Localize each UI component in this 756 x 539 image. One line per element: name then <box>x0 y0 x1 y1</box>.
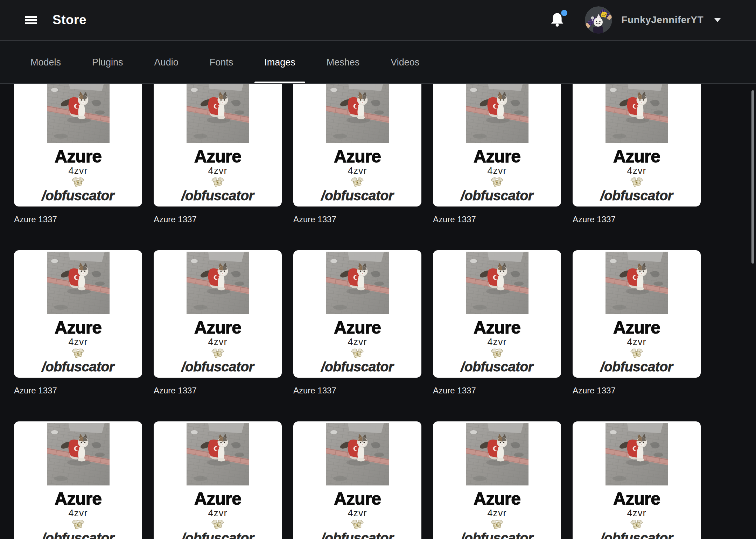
thumbnail-handle-text: /obfuscator <box>601 530 673 539</box>
asset-thumbnail-card[interactable]: Azure 4zvr /obfuscator <box>14 84 142 206</box>
cat-with-red-cape-photo <box>466 84 528 143</box>
asset-thumbnail-card[interactable]: Azure 4zvr /obfuscator <box>154 84 282 206</box>
money-with-wings-emoji <box>210 176 226 188</box>
money-with-wings-emoji <box>489 347 505 359</box>
thumbnail-brand-text: Azure <box>474 318 520 337</box>
cat-with-red-cape-photo <box>187 84 249 143</box>
hamburger-menu-icon[interactable] <box>25 16 37 24</box>
asset-title[interactable]: Azure 1337 <box>573 385 701 396</box>
asset-item: Azure 4zvr /obfuscator Azure 1337 <box>154 250 282 396</box>
asset-thumbnail-card[interactable]: Azure 4zvr /obfuscator <box>433 421 561 539</box>
avatar-image <box>585 6 612 34</box>
asset-item: Azure 4zvr /obfuscator Azure 1337 <box>293 421 421 539</box>
thumbnail-brand-text: Azure <box>334 318 381 337</box>
tab-images[interactable]: Images <box>254 41 305 83</box>
asset-grid: Azure 4zvr /obfuscator Azure 1337 Azure … <box>14 84 701 539</box>
thumbnail-handle-text: /obfuscator <box>42 530 114 539</box>
account-menu[interactable]: FunkyJenniferYT <box>585 6 721 34</box>
thumbnail-code-text: 4zvr <box>487 508 506 518</box>
asset-item: Azure 4zvr /obfuscator Azure 1337 <box>433 84 561 225</box>
asset-item: Azure 4zvr /obfuscator Azure 1337 <box>154 421 282 539</box>
thumbnail-brand-text: Azure <box>194 490 241 508</box>
asset-thumbnail-card[interactable]: Azure 4zvr /obfuscator <box>293 421 421 539</box>
asset-title[interactable]: Azure 1337 <box>433 214 561 225</box>
header-right: FunkyJenniferYT <box>551 6 721 34</box>
asset-thumbnail-card[interactable]: Azure 4zvr /obfuscator <box>154 250 282 378</box>
thumbnail-handle-text: /obfuscator <box>321 188 394 203</box>
thumbnail-handle-text: /obfuscator <box>42 188 114 203</box>
money-with-wings-emoji <box>210 347 226 359</box>
thumbnail-brand-text: Azure <box>474 147 520 166</box>
tab-videos[interactable]: Videos <box>381 41 429 83</box>
thumbnail-code-text: 4zvr <box>208 166 227 176</box>
avatar <box>585 6 612 34</box>
cat-with-red-cape-photo <box>326 252 389 314</box>
cat-with-red-cape-photo <box>606 423 668 485</box>
thumbnail-handle-text: /obfuscator <box>321 359 394 374</box>
asset-item: Azure 4zvr /obfuscator Azure 1337 <box>573 421 701 539</box>
asset-title[interactable]: Azure 1337 <box>154 214 282 225</box>
tab-fonts[interactable]: Fonts <box>200 41 243 83</box>
money-with-wings-emoji <box>349 176 365 188</box>
caret-down-icon <box>714 18 721 22</box>
asset-title[interactable]: Azure 1337 <box>293 385 421 396</box>
money-with-wings-emoji <box>489 518 505 530</box>
tab-plugins[interactable]: Plugins <box>82 41 133 83</box>
thumbnail-brand-text: Azure <box>194 147 241 166</box>
asset-title[interactable]: Azure 1337 <box>14 385 142 396</box>
thumbnail-code-text: 4zvr <box>487 337 506 347</box>
top-bar: Store FunkyJenniferYT <box>0 0 756 41</box>
asset-thumbnail-card[interactable]: Azure 4zvr /obfuscator <box>14 250 142 378</box>
vertical-scrollbar-thumb[interactable] <box>751 90 754 264</box>
asset-thumbnail-card[interactable]: Azure 4zvr /obfuscator <box>573 250 701 378</box>
asset-item: Azure 4zvr /obfuscator Azure 1337 <box>14 84 142 225</box>
thumbnail-code-text: 4zvr <box>68 337 88 347</box>
notifications-button[interactable] <box>551 13 564 27</box>
asset-thumbnail-card[interactable]: Azure 4zvr /obfuscator <box>14 421 142 539</box>
content-area: Azure 4zvr /obfuscator Azure 1337 Azure … <box>0 84 756 539</box>
tab-models[interactable]: Models <box>21 41 71 83</box>
money-with-wings-emoji <box>629 347 645 359</box>
thumbnail-code-text: 4zvr <box>348 337 367 347</box>
money-with-wings-emoji <box>349 347 365 359</box>
asset-title[interactable]: Azure 1337 <box>573 214 701 225</box>
asset-thumbnail-card[interactable]: Azure 4zvr /obfuscator <box>573 84 701 206</box>
thumbnail-handle-text: /obfuscator <box>601 188 673 203</box>
thumbnail-code-text: 4zvr <box>68 508 88 518</box>
cat-with-red-cape-photo <box>47 423 110 485</box>
thumbnail-handle-text: /obfuscator <box>601 359 673 374</box>
asset-item: Azure 4zvr /obfuscator Azure 1337 <box>293 250 421 396</box>
money-with-wings-emoji <box>70 176 86 188</box>
thumbnail-handle-text: /obfuscator <box>461 530 533 539</box>
asset-thumbnail-card[interactable]: Azure 4zvr /obfuscator <box>154 421 282 539</box>
thumbnail-handle-text: /obfuscator <box>182 359 254 374</box>
asset-title[interactable]: Azure 1337 <box>154 385 282 396</box>
thumbnail-handle-text: /obfuscator <box>461 359 533 374</box>
thumbnail-code-text: 4zvr <box>68 166 88 176</box>
money-with-wings-emoji <box>489 176 505 188</box>
asset-thumbnail-card[interactable]: Azure 4zvr /obfuscator <box>433 84 561 206</box>
asset-thumbnail-card[interactable]: Azure 4zvr /obfuscator <box>433 250 561 378</box>
tab-meshes[interactable]: Meshes <box>317 41 370 83</box>
cat-with-red-cape-photo <box>47 252 110 314</box>
thumbnail-handle-text: /obfuscator <box>321 530 394 539</box>
asset-thumbnail-card[interactable]: Azure 4zvr /obfuscator <box>293 250 421 378</box>
asset-title[interactable]: Azure 1337 <box>293 214 421 225</box>
asset-item: Azure 4zvr /obfuscator Azure 1337 <box>433 421 561 539</box>
thumbnail-code-text: 4zvr <box>487 166 506 176</box>
thumbnail-brand-text: Azure <box>334 147 381 166</box>
tab-audio[interactable]: Audio <box>145 41 188 83</box>
asset-title[interactable]: Azure 1337 <box>14 214 142 225</box>
asset-item: Azure 4zvr /obfuscator Azure 1337 <box>573 250 701 396</box>
asset-thumbnail-card[interactable]: Azure 4zvr /obfuscator <box>293 84 421 206</box>
cat-with-red-cape-photo <box>466 423 528 485</box>
username: FunkyJenniferYT <box>621 14 704 26</box>
money-with-wings-emoji <box>210 518 226 530</box>
asset-title[interactable]: Azure 1337 <box>433 385 561 396</box>
cat-with-red-cape-photo <box>606 84 668 143</box>
thumbnail-code-text: 4zvr <box>627 166 646 176</box>
asset-thumbnail-card[interactable]: Azure 4zvr /obfuscator <box>573 421 701 539</box>
cat-with-red-cape-photo <box>47 84 110 143</box>
cat-with-red-cape-photo <box>187 252 249 314</box>
page-title: Store <box>52 13 86 27</box>
